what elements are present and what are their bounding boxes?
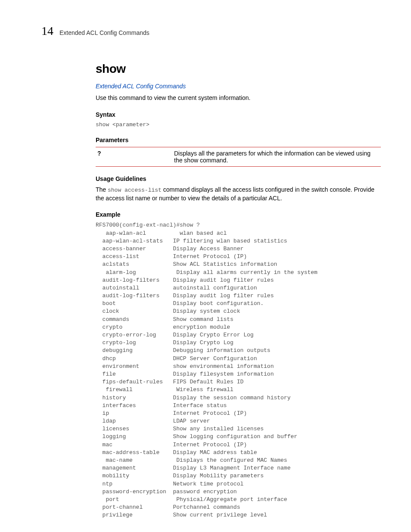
parameters-label: Parameters <box>96 137 381 143</box>
usage-label: Usage Guidelines <box>96 175 381 182</box>
command-title: show <box>96 62 381 76</box>
param-desc: Displays all the parameters for which th… <box>172 147 381 166</box>
chapter-number: 14 <box>41 24 53 38</box>
syntax-label: Syntax <box>96 111 381 118</box>
parameters-table: ? Displays all the parameters for which … <box>96 147 381 167</box>
example-output: RFS7000(config-ext-nacl)#show ? aap-wlan… <box>96 221 381 519</box>
example-label: Example <box>96 211 381 218</box>
usage-text: The show access-list command displays al… <box>96 186 381 203</box>
content-area: show Extended ACL Config Commands Use th… <box>96 62 381 520</box>
page-header: 14 Extended ACL Config Commands <box>41 24 381 38</box>
intro-text: Use this command to view the current sys… <box>96 94 381 103</box>
usage-code: show access-list <box>108 187 162 193</box>
breadcrumb-link[interactable]: Extended ACL Config Commands <box>96 83 381 90</box>
chapter-title: Extended ACL Config Commands <box>59 29 149 36</box>
usage-prefix: The <box>96 186 108 193</box>
table-row: ? Displays all the parameters for which … <box>96 147 381 166</box>
syntax-text: show <parameter> <box>96 121 381 128</box>
param-key: ? <box>96 147 172 166</box>
